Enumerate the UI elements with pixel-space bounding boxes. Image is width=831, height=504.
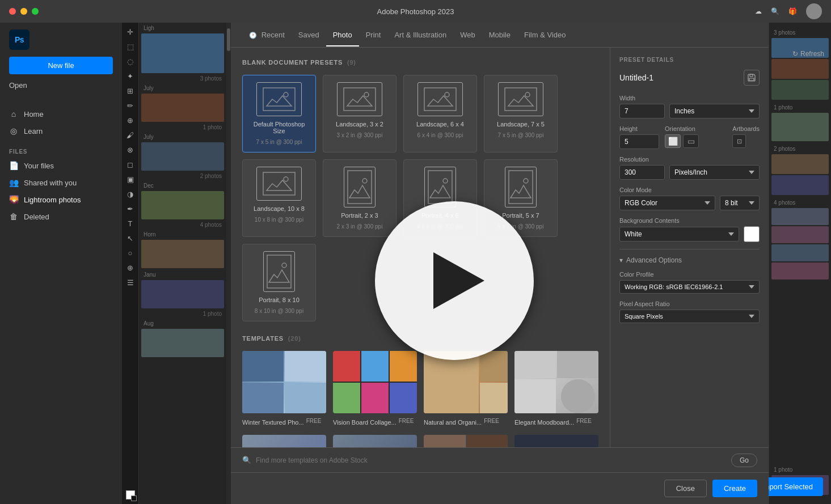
go-button[interactable]: Go (731, 454, 757, 467)
lasso-tool[interactable]: ◌ (124, 54, 137, 68)
sidebar-item-home[interactable]: ⌂ Home (0, 105, 122, 122)
preset-card-portrait810[interactable]: Portrait, 8 x 10 8 x 10 in @ 300 ppi (242, 244, 316, 321)
height-input[interactable] (619, 134, 659, 149)
marquee-tool[interactable]: ⬚ (124, 40, 137, 53)
resolution-unit-select[interactable]: Pixels/Inch Pixels/Cm (669, 165, 760, 180)
move-tool[interactable]: ✛ (124, 25, 137, 39)
zoom-tool[interactable]: ⊕ (124, 261, 137, 274)
sidebar-item-lightroom[interactable]: 🌄 Lightroom photos (0, 191, 122, 208)
preset-card-portrait23[interactable]: Portrait, 2 x 3 2 x 3 in @ 300 ppi (323, 159, 396, 237)
path-select-tool[interactable]: ↖ (124, 231, 137, 245)
tab-recent[interactable]: 🕐 Recent (242, 24, 292, 46)
width-unit-select[interactable]: Inches Pixels Centimeters Millimeters (669, 104, 760, 118)
spot-heal-tool[interactable]: ⊕ (124, 113, 137, 127)
template-card-vision[interactable]: Vision Board Collage... FREE (333, 351, 417, 426)
maximize-window-button[interactable] (32, 8, 39, 15)
right-thumb-7[interactable] (771, 208, 829, 225)
photo-thumb-5[interactable] (141, 240, 224, 268)
gift-icon[interactable]: 🎁 (788, 7, 797, 15)
open-button[interactable]: Open (9, 79, 113, 92)
template-thumb-5[interactable] (242, 435, 326, 447)
title-bar: Adobe Photoshop 2023 ☁ 🔍 🎁 (0, 0, 831, 23)
preset-card-landscape32[interactable]: Landscape, 3 x 2 3 x 2 in @ 300 ppi (323, 75, 396, 153)
right-thumb-4[interactable] (771, 113, 829, 141)
minimize-window-button[interactable] (20, 8, 27, 15)
preset-card-landscape64[interactable]: Landscape, 6 x 4 6 x 4 in @ 300 ppi (403, 75, 477, 153)
sidebar-item-your-files[interactable]: 📄 Your files (0, 157, 122, 174)
right-thumb-2[interactable] (771, 59, 829, 79)
right-thumb-6[interactable] (771, 175, 829, 195)
sidebar-item-shared[interactable]: 👥 Shared with you (0, 174, 122, 191)
brush-tool[interactable]: 🖌 (124, 128, 137, 142)
template-thumb-6[interactable] (333, 435, 417, 447)
tab-web[interactable]: Web (453, 24, 482, 46)
bg-color-swatch[interactable] (744, 226, 760, 242)
cloud-icon[interactable]: ☁ (755, 7, 762, 15)
tab-mobile[interactable]: Mobile (482, 24, 517, 46)
artboards-button[interactable]: ⊡ (732, 134, 746, 148)
svg-point-13 (443, 179, 448, 183)
type-tool[interactable]: T (124, 217, 137, 230)
scroll-thumb[interactable] (227, 28, 230, 51)
template-thumb-8[interactable] (514, 435, 598, 447)
search-input[interactable] (256, 456, 727, 464)
photo-thumb-6[interactable] (141, 280, 224, 308)
fg-bg-colors[interactable] (124, 488, 137, 502)
refresh-button[interactable]: ↻ Refresh (792, 50, 824, 58)
clone-tool[interactable]: ⊗ (124, 143, 137, 156)
color-profile-select[interactable]: Working RGB: sRGB IEC61966-2.1 Adobe RGB… (619, 280, 760, 294)
resolution-row: Pixels/Inch Pixels/Cm (619, 165, 760, 180)
preset-card-default[interactable]: Default Photoshop Size 7 x 5 in @ 300 pp… (242, 75, 316, 153)
photo-thumb-1[interactable] (141, 33, 224, 73)
close-button[interactable]: Close (664, 480, 707, 497)
landscape-orientation-button[interactable]: ▭ (683, 134, 699, 148)
resolution-input[interactable] (619, 165, 665, 180)
preset-card-landscape108[interactable]: Landscape, 10 x 8 10 x 8 in @ 300 ppi (242, 159, 316, 237)
right-thumb-9[interactable] (771, 244, 829, 261)
new-file-button[interactable]: New file (9, 57, 113, 74)
sidebar-item-deleted[interactable]: 🗑 Deleted (0, 208, 122, 225)
template-thumb-7[interactable] (424, 435, 508, 447)
eyedropper-tool[interactable]: ✏ (124, 99, 137, 112)
bit-depth-select[interactable]: 8 bit 16 bit 32 bit (720, 196, 760, 210)
tab-film[interactable]: Film & Video (517, 24, 572, 46)
template-card-natural[interactable]: Natural and Organi... FREE (424, 351, 508, 426)
tab-photo[interactable]: Photo (326, 24, 359, 46)
photo-thumb-4[interactable] (141, 191, 224, 219)
photo-thumb-2[interactable] (141, 94, 224, 122)
preset-card-landscape75[interactable]: Landscape, 7 x 5 7 x 5 in @ 300 ppi (484, 75, 558, 153)
portrait-orientation-button[interactable]: ⬜ (665, 134, 681, 148)
photo-thumb-3[interactable] (141, 142, 224, 171)
width-input[interactable] (619, 104, 665, 118)
gradient-tool[interactable]: ▣ (124, 172, 137, 186)
bg-contents-select[interactable]: White Black Background Color Transparent (619, 227, 739, 242)
hand-tool[interactable]: ☰ (124, 276, 137, 289)
pixel-ratio-select[interactable]: Square Pixels D1/DV NTSC (0.9091) (619, 310, 760, 323)
color-mode-select[interactable]: RGB Color CMYK Color Grayscale (619, 196, 715, 210)
tab-print[interactable]: Print (359, 24, 388, 46)
photo-thumb-7[interactable] (141, 329, 224, 357)
dodge-tool[interactable]: ◑ (124, 187, 137, 201)
advanced-options-toggle[interactable]: ▾ Advanced Options (619, 256, 760, 264)
right-thumb-3[interactable] (771, 80, 829, 100)
right-thumb-8[interactable] (771, 226, 829, 243)
magic-wand-tool[interactable]: ✦ (124, 69, 137, 83)
pen-tool[interactable]: ✒ (124, 202, 137, 215)
right-thumb-5[interactable] (771, 154, 829, 174)
template-card-winter[interactable]: Winter Textured Pho... FREE (242, 351, 326, 426)
create-button[interactable]: Create (712, 480, 757, 497)
right-thumb-10[interactable] (771, 262, 829, 279)
tab-art[interactable]: Art & Illustration (387, 24, 453, 46)
template-card-elegant[interactable]: Elegant Moodboard... FREE (514, 351, 598, 426)
shape-tool[interactable]: ○ (124, 246, 137, 260)
preset-size-2: 3 x 2 in @ 300 ppi (337, 132, 383, 138)
save-preset-button[interactable] (744, 70, 760, 86)
eraser-tool[interactable]: ◻ (124, 158, 137, 171)
play-button[interactable] (375, 201, 534, 360)
avatar[interactable] (806, 3, 822, 19)
crop-tool[interactable]: ⊞ (124, 84, 137, 98)
close-window-button[interactable] (9, 8, 16, 15)
tab-saved[interactable]: Saved (292, 24, 326, 46)
sidebar-item-learn[interactable]: ◎ Learn (0, 122, 122, 139)
search-icon[interactable]: 🔍 (771, 7, 779, 15)
